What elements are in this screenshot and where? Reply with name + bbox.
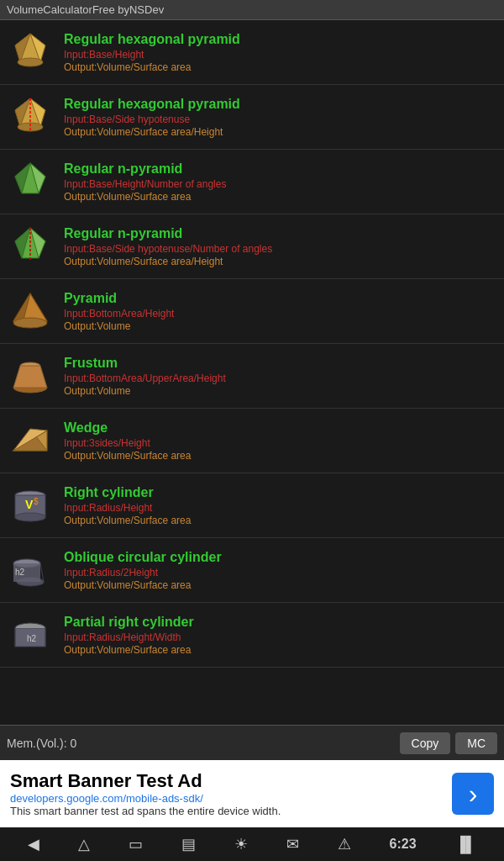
input-partial-right-cylinder: Input:Radius/Height/Width bbox=[64, 631, 194, 643]
grid-icon[interactable]: ▤ bbox=[181, 835, 196, 853]
svg-point-3 bbox=[18, 58, 43, 66]
text-pyramid: PyramidInput:BottomArea/HeightOutput:Vol… bbox=[64, 291, 174, 332]
text-oblique-cylinder: Oblique circular cylinderInput:Radius/2H… bbox=[64, 550, 222, 591]
list-item-reg-hex-pyramid-2[interactable]: Regular hexagonal pyramidInput:Base/Side… bbox=[0, 85, 504, 150]
bottom-bar: Mem.(Vol.): 0 Copy MC bbox=[0, 725, 504, 760]
output-reg-hex-pyramid-1: Output:Volume/Surface area bbox=[64, 61, 240, 73]
app-title: VolumeCalculatorFree byNSDev bbox=[7, 3, 164, 16]
output-reg-hex-pyramid-2: Output:Volume/Surface area/Height bbox=[64, 126, 240, 138]
ad-arrow-button[interactable] bbox=[452, 773, 494, 815]
title-oblique-cylinder: Oblique circular cylinder bbox=[64, 550, 222, 565]
icon-pyramid bbox=[5, 286, 55, 336]
text-partial-right-cylinder: Partial right cylinderInput:Radius/Heigh… bbox=[64, 615, 194, 656]
input-wedge: Input:3sides/Height bbox=[64, 437, 191, 449]
svg-point-27 bbox=[15, 513, 45, 521]
ad-url[interactable]: developers.google.com/mobile-ads-sdk/ bbox=[10, 792, 444, 805]
ad-content: Smart Banner Test Ad developers.google.c… bbox=[10, 770, 444, 817]
svg-text:h2: h2 bbox=[27, 634, 37, 643]
clock: 6:23 bbox=[390, 837, 417, 852]
email-icon: ✉ bbox=[286, 835, 299, 853]
output-partial-right-cylinder: Output:Volume/Surface area bbox=[64, 644, 194, 656]
mem-label: Mem.(Vol.): 0 bbox=[7, 737, 395, 750]
output-wedge: Output:Volume/Surface area bbox=[64, 450, 191, 462]
title-reg-hex-pyramid-2: Regular hexagonal pyramid bbox=[64, 97, 240, 112]
title-reg-n-pyramid-2: Regular n-pyramid bbox=[64, 226, 272, 241]
output-reg-n-pyramid-2: Output:Volume/Surface area/Height bbox=[64, 256, 272, 267]
battery-icon: ▐▌ bbox=[455, 836, 477, 853]
input-reg-n-pyramid-2: Input:Base/Side hypotenuse/Number of ang… bbox=[64, 243, 272, 255]
text-frustum: FrustumInput:BottomArea/UpperArea/Height… bbox=[64, 356, 226, 397]
title-wedge: Wedge bbox=[64, 420, 191, 436]
mc-button[interactable]: MC bbox=[455, 732, 497, 754]
input-reg-hex-pyramid-1: Input:Base/Height bbox=[64, 49, 240, 61]
icon-reg-n-pyramid-2 bbox=[5, 221, 55, 272]
alert-icon: ⚠ bbox=[338, 835, 351, 853]
input-oblique-cylinder: Input:Radius/2Height bbox=[64, 567, 222, 578]
title-bar: VolumeCalculatorFree byNSDev bbox=[0, 0, 504, 20]
icon-right-cylinder: V $ bbox=[5, 480, 55, 531]
svg-marker-21 bbox=[13, 366, 47, 388]
text-right-cylinder: Right cylinderInput:Radius/HeightOutput:… bbox=[64, 485, 191, 526]
ad-title: Smart Banner Test Ad bbox=[10, 770, 444, 792]
svg-text:V: V bbox=[25, 498, 34, 511]
title-right-cylinder: Right cylinder bbox=[64, 485, 191, 500]
list-item-frustum[interactable]: FrustumInput:BottomArea/UpperArea/Height… bbox=[0, 344, 504, 409]
list-item-oblique-cylinder[interactable]: h2Oblique circular cylinderInput:Radius/… bbox=[0, 538, 504, 603]
icon-frustum bbox=[5, 351, 55, 401]
icon-reg-hex-pyramid-1 bbox=[5, 27, 55, 77]
title-reg-n-pyramid-1: Regular n-pyramid bbox=[64, 161, 226, 177]
output-right-cylinder: Output:Volume/Surface area bbox=[64, 515, 191, 526]
settings-icon: ☀ bbox=[234, 835, 248, 853]
output-reg-n-pyramid-1: Output:Volume/Surface area bbox=[64, 191, 226, 203]
output-frustum: Output:Volume bbox=[64, 385, 226, 397]
input-pyramid: Input:BottomArea/Height bbox=[64, 308, 174, 320]
icon-partial-right-cylinder: h2 bbox=[5, 610, 55, 660]
copy-button[interactable]: Copy bbox=[400, 732, 451, 754]
ad-description: This smart banner test ad spans the enti… bbox=[10, 805, 444, 817]
input-frustum: Input:BottomArea/UpperArea/Height bbox=[64, 372, 226, 384]
list-item-reg-n-pyramid-2[interactable]: Regular n-pyramidInput:Base/Side hypoten… bbox=[0, 214, 504, 279]
text-reg-n-pyramid-1: Regular n-pyramidInput:Base/Height/Numbe… bbox=[64, 161, 226, 203]
title-reg-hex-pyramid-1: Regular hexagonal pyramid bbox=[64, 32, 240, 47]
list-item-right-cylinder[interactable]: V $Right cylinderInput:Radius/HeightOutp… bbox=[0, 473, 504, 538]
input-right-cylinder: Input:Radius/Height bbox=[64, 502, 191, 514]
output-oblique-cylinder: Output:Volume/Surface area bbox=[64, 579, 222, 591]
status-bar: ◀ △ ▭ ▤ ☀ ✉ ⚠ 6:23 ▐▌ bbox=[0, 827, 504, 861]
list-container[interactable]: Regular hexagonal pyramidInput:Base/Heig… bbox=[0, 20, 504, 725]
list-item-reg-hex-pyramid-1[interactable]: Regular hexagonal pyramidInput:Base/Heig… bbox=[0, 20, 504, 85]
icon-oblique-cylinder: h2 bbox=[5, 545, 55, 595]
list-item-reg-n-pyramid-1[interactable]: Regular n-pyramidInput:Base/Height/Numbe… bbox=[0, 150, 504, 214]
output-pyramid: Output:Volume bbox=[64, 320, 174, 332]
input-reg-hex-pyramid-2: Input:Base/Side hypotenuse bbox=[64, 114, 240, 125]
svg-point-18 bbox=[13, 318, 47, 328]
svg-text:h2: h2 bbox=[15, 568, 25, 577]
icon-reg-hex-pyramid-2 bbox=[5, 92, 55, 142]
icon-wedge bbox=[5, 415, 55, 466]
list-item-partial-right-cylinder[interactable]: h2Partial right cylinderInput:Radius/Hei… bbox=[0, 603, 504, 668]
text-reg-n-pyramid-2: Regular n-pyramidInput:Base/Side hypoten… bbox=[64, 226, 272, 267]
list-item-pyramid[interactable]: PyramidInput:BottomArea/HeightOutput:Vol… bbox=[0, 279, 504, 344]
svg-text:$: $ bbox=[34, 497, 39, 506]
icon-reg-n-pyramid-1 bbox=[5, 156, 55, 207]
title-frustum: Frustum bbox=[64, 356, 226, 371]
text-reg-hex-pyramid-2: Regular hexagonal pyramidInput:Base/Side… bbox=[64, 97, 240, 138]
title-partial-right-cylinder: Partial right cylinder bbox=[64, 615, 194, 630]
ad-banner: Smart Banner Test Ad developers.google.c… bbox=[0, 760, 504, 827]
title-pyramid: Pyramid bbox=[64, 291, 174, 306]
text-wedge: WedgeInput:3sides/HeightOutput:Volume/Su… bbox=[64, 420, 191, 462]
text-reg-hex-pyramid-1: Regular hexagonal pyramidInput:Base/Heig… bbox=[64, 32, 240, 73]
list-item-wedge[interactable]: WedgeInput:3sides/HeightOutput:Volume/Su… bbox=[0, 409, 504, 473]
home-icon[interactable]: △ bbox=[78, 835, 90, 853]
input-reg-n-pyramid-1: Input:Base/Height/Number of angles bbox=[64, 178, 226, 190]
recent-icon[interactable]: ▭ bbox=[129, 835, 143, 853]
back-icon[interactable]: ◀ bbox=[28, 835, 39, 853]
